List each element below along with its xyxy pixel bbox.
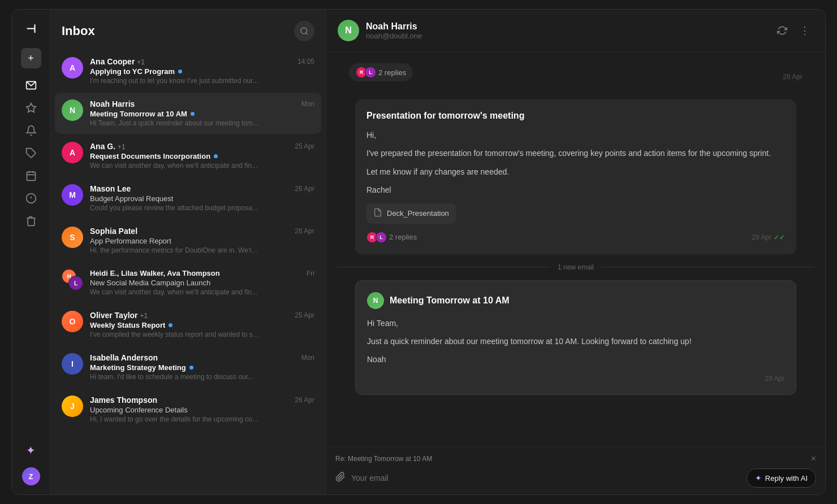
inbox-title: Inbox — [62, 24, 95, 38]
replies-label: 2 replies — [389, 233, 417, 241]
thread-avatars: R L — [356, 67, 374, 78]
reply-bar: Re: Meeting Tomorrow at 10 AM × ✦ Reply … — [326, 446, 825, 494]
list-item[interactable]: H L Heidi E., Lilas Walker, Ava Thompson… — [55, 262, 321, 303]
email-subject: App Performance Report — [90, 237, 171, 245]
unread-indicator — [214, 154, 218, 158]
thread-replies-button[interactable]: R L 2 replies — [349, 63, 413, 81]
list-item[interactable]: J James Thompson 26 Apr Upcoming Confere… — [55, 389, 321, 430]
email-time: 26 Apr — [295, 185, 314, 193]
card-date: 29 Apr ✓✓ — [752, 233, 785, 241]
card2-date: 29 Apr — [765, 375, 784, 383]
detail-sender-info: Noah Harris noah@doubl.one — [366, 21, 766, 40]
sender-name: Noah Harris — [90, 99, 135, 108]
compose-button[interactable]: + — [21, 48, 41, 68]
sidebar-item-calendar[interactable] — [21, 166, 41, 186]
user-avatar[interactable]: Z — [22, 467, 40, 485]
email-content: James Thompson 26 Apr Upcoming Conferenc… — [90, 396, 314, 423]
email-subject: Weekly Status Report — [90, 321, 165, 329]
sender-name: James Thompson — [90, 396, 157, 405]
attachment-name: Deck_Presentation — [387, 209, 449, 218]
email-subject: Budget Approval Request — [90, 194, 173, 203]
replies-button[interactable]: R L 2 replies — [366, 232, 417, 243]
email-content: Ana G. +1 25 Apr Request Documents Incor… — [90, 142, 314, 170]
sender-name: Heidi E., Lilas Walker, Ava Thompson — [90, 269, 220, 277]
reply-input[interactable] — [351, 473, 741, 483]
detail-sender-avatar: N — [338, 20, 359, 41]
sidebar-item-starred[interactable] — [21, 98, 41, 118]
sender-name: Oliver Taylor +1 — [90, 311, 148, 320]
list-item[interactable]: N Noah Harris Mon Meeting Tomorrow at 10… — [55, 93, 321, 134]
svg-rect-3 — [27, 172, 35, 180]
avatar: N — [62, 99, 83, 121]
email-content: Sophia Patel 26 Apr App Performance Repo… — [90, 227, 314, 254]
email-preview: Hi, I wanted to go over the details for … — [90, 415, 314, 423]
email-subject: Request Documents Incorporation — [90, 152, 210, 160]
card2-avatar: N — [367, 292, 384, 309]
sidebar-item-trash[interactable] — [21, 211, 41, 231]
email-card-new: N Meeting Tomorrow at 10 AM Hi Team, Jus… — [355, 280, 796, 395]
divider-line-right — [602, 267, 814, 267]
more-options-button[interactable]: ⋮ — [796, 21, 814, 40]
email-content: Oliver Taylor +1 25 Apr Weekly Status Re… — [90, 311, 314, 338]
detail-actions: ⋮ — [773, 21, 814, 40]
avatar: I — [62, 353, 83, 375]
sender-name: Ana G. +1 — [90, 142, 126, 151]
card-title: Presentation for tomorrow's meeting — [366, 111, 785, 121]
compose-icon: + — [28, 53, 34, 64]
unread-indicator — [169, 323, 172, 327]
email-list-panel: Inbox A Ana Cooper +1 14:05 Applying to … — [50, 10, 326, 494]
new-email-divider: 1 new email — [338, 263, 814, 271]
sidebar: ⊣ + ✦ Z — [12, 10, 50, 494]
reply-with-ai-button[interactable]: ✦ Reply with AI — [747, 468, 816, 488]
sidebar-item-alerts[interactable] — [21, 188, 41, 208]
attachment[interactable]: Deck_Presentation — [366, 203, 456, 224]
reply-subject-row: Re: Meeting Tomorrow at 10 AM × — [335, 454, 816, 464]
email-time: 25 Apr — [295, 142, 314, 150]
refresh-button[interactable] — [773, 21, 791, 40]
list-item[interactable]: M Mason Lee 26 Apr Budget Approval Reque… — [55, 177, 321, 219]
sender-name: Ana Cooper +1 — [90, 57, 145, 66]
thread-avatars: R L — [366, 232, 385, 243]
email-content: Noah Harris Mon Meeting Tomorrow at 10 A… — [90, 99, 314, 127]
sender-name: Isabella Anderson — [90, 353, 158, 362]
email-preview: We can visit another day, when we'll ant… — [90, 288, 314, 296]
avatar: A — [62, 142, 83, 163]
thread-avatar: L — [365, 67, 376, 78]
list-item[interactable]: A Ana G. +1 25 Apr Request Documents Inc… — [55, 135, 321, 176]
reply-close-button[interactable]: × — [811, 454, 816, 464]
email-preview: I'm reaching out to let you know I've ju… — [90, 77, 314, 85]
unread-indicator — [189, 366, 193, 370]
sidebar-item-tags[interactable] — [21, 143, 41, 163]
card-footer: R L 2 replies 29 Apr ✓✓ — [366, 232, 785, 243]
svg-point-10 — [301, 28, 307, 34]
list-item[interactable]: A Ana Cooper +1 14:05 Applying to YC Pro… — [55, 50, 321, 92]
email-time: Fri — [307, 270, 314, 277]
app-logo: ⊣ — [21, 19, 41, 39]
sidebar-item-notifications[interactable] — [21, 120, 41, 141]
list-item[interactable]: S Sophia Patel 26 Apr App Performance Re… — [55, 220, 321, 261]
replies-count: 2 replies — [378, 68, 406, 77]
attachment-icon — [373, 208, 382, 219]
ai-button[interactable]: ✦ — [21, 440, 41, 460]
avatar: O — [62, 311, 83, 332]
list-item[interactable]: I Isabella Anderson Mon Marketing Strate… — [55, 346, 321, 388]
card2-body: Hi Team, Just a quick reminder about our… — [367, 317, 784, 366]
email-subject: Meeting Tomorrow at 10 AM — [90, 110, 187, 118]
email-time: 25 Apr — [295, 311, 314, 319]
detail-sender-name: Noah Harris — [366, 21, 766, 32]
email-items-list: A Ana Cooper +1 14:05 Applying to YC Pro… — [50, 50, 326, 494]
email-preview: Hi team, I'd like to schedule a meeting … — [90, 373, 314, 381]
sender-name: Mason Lee — [90, 184, 131, 193]
unread-indicator — [191, 112, 195, 116]
attach-icon[interactable] — [335, 472, 346, 485]
reply-ai-label: Reply with AI — [765, 474, 808, 483]
email-content: Ana Cooper +1 14:05 Applying to YC Progr… — [90, 57, 314, 85]
avatar-group: H L — [62, 269, 83, 290]
email-detail-panel: N Noah Harris noah@doubl.one ⋮ R L — [326, 10, 825, 494]
email-time: Mon — [301, 354, 314, 362]
list-item[interactable]: O Oliver Taylor +1 25 Apr Weekly Status … — [55, 304, 321, 345]
sidebar-item-inbox[interactable] — [21, 75, 41, 95]
search-button[interactable] — [294, 21, 314, 41]
email-time: Mon — [301, 100, 314, 108]
email-list-header: Inbox — [50, 10, 326, 50]
